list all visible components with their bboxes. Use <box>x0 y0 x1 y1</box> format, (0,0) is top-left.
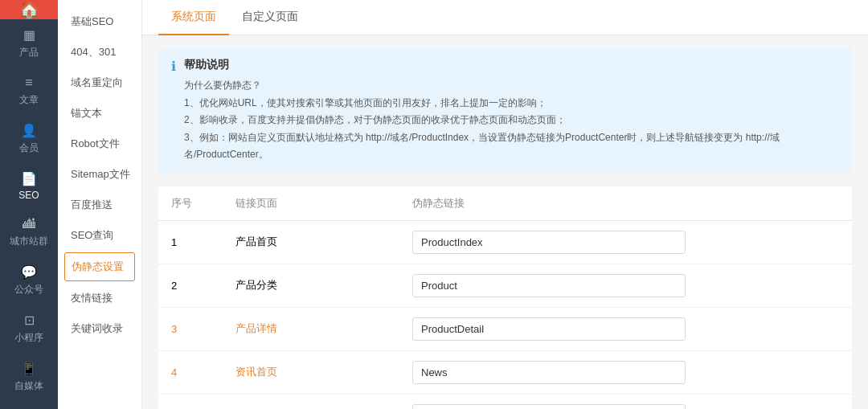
home-icon: 🏠 <box>19 0 39 19</box>
pseudo-static-input[interactable] <box>412 317 686 341</box>
sidebar-item-products-label: 产品 <box>19 46 39 59</box>
miniprogram-icon: ⊡ <box>24 313 35 328</box>
sidebar: 🏠 ▦ 产品 ≡ 文章 👤 会员 📄 SEO 🏙 城市站群 💬 公众号 ⊡ 小程… <box>0 0 58 409</box>
sidebar-item-media[interactable]: 📱 自媒体 <box>0 353 58 401</box>
sub-sidebar-item-pseudo-static[interactable]: 伪静态设置 <box>64 252 135 281</box>
content-area: ℹ 帮助说明 为什么要伪静态？ 1、优化网站URL，使其对搜索引擎或其他页面的引… <box>142 35 868 409</box>
sidebar-item-media-label: 自媒体 <box>14 379 43 393</box>
tab-custom-pages[interactable]: 自定义页面 <box>229 0 311 35</box>
sub-sidebar-item-404-301[interactable]: 404、301 <box>58 37 141 67</box>
sidebar-item-seo-label: SEO <box>18 190 39 201</box>
table-cell-no: 5 <box>158 394 223 409</box>
table-cell-page: 产品详情 <box>223 307 399 350</box>
table-cell-pseudo <box>399 220 852 264</box>
table-row: 1产品首页 <box>158 220 852 264</box>
col-header-pseudo: 伪静态链接 <box>399 186 852 221</box>
help-line-3: 3、例如：网站自定义页面默认地址格式为 http://域名/ProductInd… <box>184 129 839 164</box>
sub-sidebar-item-baidu-push[interactable]: 百度推送 <box>58 190 141 220</box>
table-cell-page: 资讯首页 <box>223 350 399 394</box>
help-box: ℹ 帮助说明 为什么要伪静态？ 1、优化网站URL，使其对搜索引擎或其他页面的引… <box>158 48 852 174</box>
sidebar-item-seo[interactable]: 📄 SEO <box>0 163 58 209</box>
sidebar-item-members-label: 会员 <box>19 141 39 155</box>
sidebar-item-articles[interactable]: ≡ 文章 <box>0 67 58 115</box>
sidebar-item-miniprogram-label: 小程序 <box>14 331 43 345</box>
sub-sidebar-item-friendly-links[interactable]: 友情链接 <box>58 283 141 313</box>
sub-sidebar-item-seo-query[interactable]: SEO查询 <box>58 220 141 251</box>
table-row: 3产品详情 <box>158 307 852 350</box>
sidebar-item-citygroup-label: 城市站群 <box>10 235 48 248</box>
help-title: 帮助说明 <box>184 58 839 72</box>
table-cell-pseudo <box>399 394 852 409</box>
table-row: 5资讯分类 <box>158 394 852 409</box>
pseudo-static-input[interactable] <box>412 404 686 409</box>
sub-sidebar-item-sitemap[interactable]: Sitemap文件 <box>58 159 141 190</box>
sub-sidebar-item-keyword-collect[interactable]: 关键词收录 <box>58 313 141 344</box>
table-row: 2产品分类 <box>158 264 852 307</box>
sidebar-item-wechat-label: 公众号 <box>14 283 43 297</box>
table-cell-pseudo <box>399 350 852 394</box>
sub-sidebar-item-anchor-text[interactable]: 锚文本 <box>58 98 141 129</box>
table-row: 4资讯首页 <box>158 350 852 394</box>
sidebar-item-products[interactable]: ▦ 产品 <box>0 19 58 67</box>
pseudo-static-input[interactable] <box>412 231 686 254</box>
sub-sidebar: 基础SEO 404、301 域名重定向 锚文本 Robot文件 Sitemap文… <box>58 0 142 409</box>
main-content: 系统页面 自定义页面 ℹ 帮助说明 为什么要伪静态？ 1、优化网站URL，使其对… <box>142 0 868 409</box>
table-cell-no: 4 <box>158 350 223 394</box>
table-cell-page: 资讯分类 <box>223 394 399 409</box>
help-line-2: 2、影响收录，百度支持并提倡伪静态，对于伪静态页面的收录优于静态页面和动态页面； <box>184 112 839 129</box>
table-cell-page: 产品首页 <box>223 220 399 264</box>
tabs-bar: 系统页面 自定义页面 <box>142 0 868 35</box>
table-cell-no: 2 <box>158 264 223 307</box>
products-icon: ▦ <box>23 27 35 43</box>
help-content: 帮助说明 为什么要伪静态？ 1、优化网站URL，使其对搜索引擎或其他页面的引用友… <box>184 58 839 164</box>
sub-sidebar-item-domain-redirect[interactable]: 域名重定向 <box>58 67 141 98</box>
seo-icon: 📄 <box>21 171 37 186</box>
articles-icon: ≡ <box>25 76 32 90</box>
sub-sidebar-item-basic-seo[interactable]: 基础SEO <box>58 6 141 37</box>
table-cell-no: 1 <box>158 220 223 264</box>
table-cell-no: 3 <box>158 307 223 350</box>
sidebar-item-members[interactable]: 👤 会员 <box>0 115 58 163</box>
pseudo-static-input[interactable] <box>412 361 686 384</box>
col-header-page: 链接页面 <box>223 186 399 221</box>
sidebar-item-marketing[interactable]: 📢 微营销 <box>0 401 58 409</box>
table-cell-pseudo <box>399 307 852 350</box>
help-text: 为什么要伪静态？ 1、优化网站URL，使其对搜索引擎或其他页面的引用友好，排名上… <box>184 77 839 164</box>
media-icon: 📱 <box>21 361 37 376</box>
sub-sidebar-item-robots[interactable]: Robot文件 <box>58 129 141 159</box>
sidebar-item-citygroup[interactable]: 🏙 城市站群 <box>0 209 58 256</box>
sidebar-item-articles-label: 文章 <box>19 93 39 107</box>
sidebar-item-wechat[interactable]: 💬 公众号 <box>0 256 58 305</box>
sidebar-item-miniprogram[interactable]: ⊡ 小程序 <box>0 305 58 353</box>
col-header-no: 序号 <box>158 186 223 221</box>
info-icon: ℹ <box>171 59 176 164</box>
table-cell-pseudo <box>399 264 852 307</box>
wechat-icon: 💬 <box>21 264 37 280</box>
pseudo-static-table: 序号 链接页面 伪静态链接 1产品首页2产品分类3产品详情4资讯首页5资讯分类 <box>158 186 852 409</box>
citygroup-icon: 🏙 <box>23 217 35 231</box>
table-cell-page: 产品分类 <box>223 264 399 307</box>
pseudo-static-input[interactable] <box>412 274 686 297</box>
help-line-0: 为什么要伪静态？ <box>184 77 839 95</box>
tab-system-pages[interactable]: 系统页面 <box>158 0 229 35</box>
help-line-1: 1、优化网站URL，使其对搜索引擎或其他页面的引用友好，排名上提加一定的影响； <box>184 95 839 112</box>
sidebar-logo[interactable]: 🏠 <box>0 0 58 19</box>
members-icon: 👤 <box>21 123 37 138</box>
